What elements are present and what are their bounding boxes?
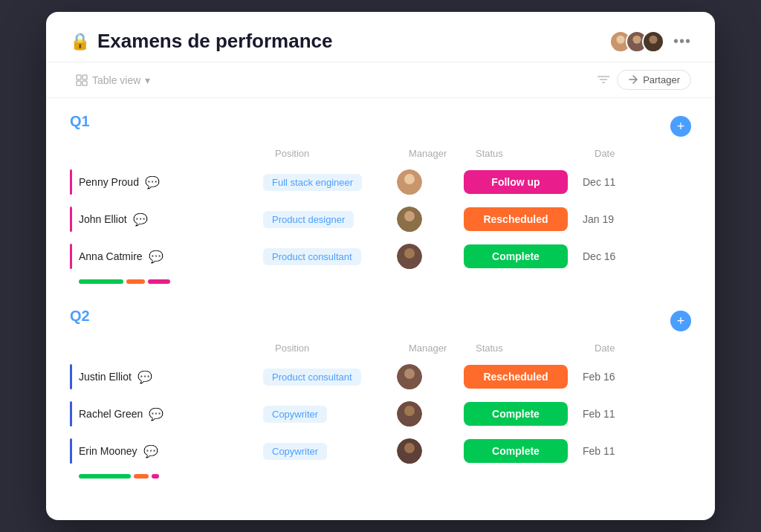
svg-point-5 xyxy=(647,44,660,51)
header-right: ••• xyxy=(609,30,691,53)
row-position: Product designer xyxy=(263,211,397,228)
row-person-name: Rachel Green xyxy=(79,408,143,420)
row-indicator xyxy=(70,169,72,195)
table-view-button[interactable]: Table view ▾ xyxy=(70,71,156,89)
col-status-header: Status xyxy=(476,148,595,159)
row-position: Full stack engineer xyxy=(263,174,397,191)
filter-icon[interactable] xyxy=(598,74,609,87)
row-manager xyxy=(397,401,464,426)
row-date: Feb 11 xyxy=(583,445,657,457)
share-icon xyxy=(628,75,638,85)
table-icon xyxy=(76,74,88,86)
section-q2-header: Q2 + xyxy=(70,308,691,334)
row-name-cell: Anna Catmire 💬 xyxy=(70,250,263,264)
progress-followup xyxy=(148,279,170,284)
progress-followup xyxy=(152,474,159,479)
row-manager xyxy=(397,169,464,195)
toolbar: Table view ▾ Partager xyxy=(46,62,715,98)
table-row: John Elliot 💬 Product designer Reschedul… xyxy=(70,201,691,238)
status-badge: Complete xyxy=(464,402,568,426)
chat-icon[interactable]: 💬 xyxy=(149,407,163,421)
row-status: Follow up xyxy=(464,170,583,194)
position-badge: Copywriter xyxy=(263,406,327,423)
row-date: Dec 11 xyxy=(583,176,657,188)
share-button[interactable]: Partager xyxy=(617,70,691,90)
chat-icon[interactable]: 💬 xyxy=(149,250,163,264)
more-options-button[interactable]: ••• xyxy=(673,33,691,50)
add-q1-button[interactable]: + xyxy=(670,116,691,137)
svg-point-29 xyxy=(404,443,415,453)
row-indicator xyxy=(70,244,72,269)
row-status: Complete xyxy=(464,244,583,268)
status-badge: Complete xyxy=(464,244,568,268)
row-name-cell: Justin Elliot 💬 xyxy=(70,370,263,384)
content-area: Q1 + Position Manager Status Date Penny … xyxy=(46,98,715,520)
row-position: Copywriter xyxy=(263,406,397,423)
row-manager xyxy=(397,207,464,232)
svg-point-2 xyxy=(632,35,641,43)
table-row: Anna Catmire 💬 Product consultant Comple… xyxy=(70,238,691,275)
col-position-header: Position xyxy=(275,148,409,159)
row-date: Dec 16 xyxy=(583,250,657,262)
row-indicator xyxy=(70,438,72,464)
position-badge: Copywriter xyxy=(263,443,327,460)
q1-table-header: Position Manager Status Date xyxy=(70,145,691,163)
position-badge: Full stack engineer xyxy=(263,174,362,191)
chat-icon[interactable]: 💬 xyxy=(133,213,148,227)
table-view-label: Table view xyxy=(92,74,140,86)
q1-progress-bar xyxy=(70,279,691,284)
manager-avatar xyxy=(397,364,422,389)
status-badge: Complete xyxy=(464,439,568,463)
row-date: Feb 16 xyxy=(583,371,657,383)
svg-rect-9 xyxy=(82,81,87,85)
row-person-name: Penny Proud xyxy=(79,176,139,188)
row-indicator xyxy=(70,364,72,389)
row-status: Complete xyxy=(464,402,583,426)
lock-icon: 🔒 xyxy=(70,32,90,51)
row-position: Copywriter xyxy=(263,443,397,460)
position-badge: Product consultant xyxy=(263,369,361,386)
status-badge: Rescheduled xyxy=(464,365,568,389)
chat-icon[interactable]: 💬 xyxy=(143,444,158,458)
row-name-cell: John Elliot 💬 xyxy=(70,213,263,227)
row-name-cell: Erin Mooney 💬 xyxy=(70,444,263,458)
toolbar-right: Partager xyxy=(598,70,691,90)
chevron-down-icon: ▾ xyxy=(145,74,150,86)
col-date-header: Date xyxy=(595,148,669,159)
row-position: Product consultant xyxy=(263,248,397,265)
row-date: Feb 11 xyxy=(583,408,657,420)
row-name-cell: Penny Proud 💬 xyxy=(70,175,263,189)
svg-point-20 xyxy=(404,248,415,259)
col-name-header xyxy=(82,148,275,159)
col-name-header xyxy=(82,343,275,354)
main-window: 🔒 Examens de performance ••• xyxy=(46,12,715,520)
row-name-cell: Rachel Green 💬 xyxy=(70,407,263,421)
add-q2-button[interactable]: + xyxy=(670,311,691,331)
section-q2: Q2 + Position Manager Status Date Justin… xyxy=(70,308,691,479)
section-q1-header: Q1 + xyxy=(70,113,691,139)
page-title: Examens de performance xyxy=(97,30,332,53)
progress-rescheduled xyxy=(126,279,145,284)
row-status: Complete xyxy=(464,439,583,463)
row-date: Jan 19 xyxy=(583,213,657,225)
row-person-name: John Elliot xyxy=(79,213,127,225)
chat-icon[interactable]: 💬 xyxy=(145,175,160,189)
col-position-header: Position xyxy=(275,343,409,354)
progress-complete xyxy=(79,474,131,479)
status-badge: Rescheduled xyxy=(464,207,568,231)
table-row: Penny Proud 💬 Full stack engineer Follow… xyxy=(70,163,691,201)
manager-avatar xyxy=(397,169,422,195)
section-q2-label: Q2 xyxy=(70,308,90,325)
row-status: Rescheduled xyxy=(464,365,583,389)
row-person-name: Erin Mooney xyxy=(79,445,137,457)
chat-icon[interactable]: 💬 xyxy=(137,370,152,384)
row-manager xyxy=(397,438,464,464)
svg-point-3 xyxy=(631,44,644,51)
status-badge: Follow up xyxy=(464,170,568,194)
col-date-header: Date xyxy=(595,343,669,354)
section-q1: Q1 + Position Manager Status Date Penny … xyxy=(70,113,691,284)
manager-avatar xyxy=(397,401,422,426)
share-label: Partager xyxy=(643,74,680,85)
manager-avatar xyxy=(397,438,422,464)
progress-rescheduled xyxy=(134,474,149,479)
